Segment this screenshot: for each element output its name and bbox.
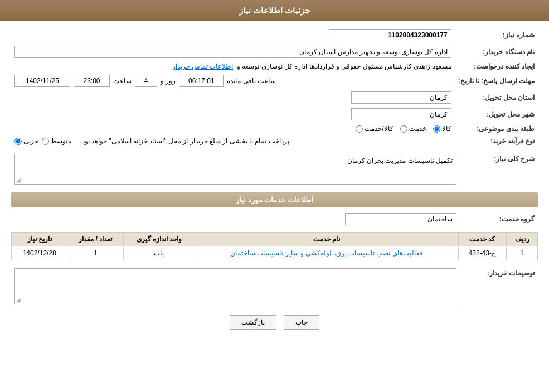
tabaqe-options: کالا خدمت کالا/خدمت xyxy=(11,123,455,135)
tabaqe-kala-khedmat-item: کالا/خدمت xyxy=(356,125,393,133)
grohe-table: گروه خدمت: ساختمان xyxy=(11,211,538,228)
roz-label: روز و xyxy=(161,77,176,85)
tabaqe-row: طبقه بندی موضوعی: کالا خدمت کالا/خدمت xyxy=(11,123,538,135)
saat-label: ساعت xyxy=(113,77,132,85)
page-header: جزئیات اطلاعات نیاز xyxy=(0,0,549,21)
services-section-header: اطلاعات خدمات مورد نیاز xyxy=(11,192,538,207)
col-vahad: واحد اندازه گیری xyxy=(123,233,195,246)
tabaqe-khedmat-label: خدمت xyxy=(409,125,426,133)
page-container: جزئیات اطلاعات نیاز شماره نیاز: 11020043… xyxy=(0,0,549,392)
col-kod: کد خدمت xyxy=(458,233,506,246)
tabaqe-kala-radio[interactable] xyxy=(433,125,440,133)
cell-tedad: 1 xyxy=(67,246,123,260)
nam-dastgah-value: اداره کل نوسازی توسعه و تجهیز مدارس استا… xyxy=(11,43,455,60)
sharh-value-cell: تکمیل تاسیسات مدیریت بحران کرمان ◢ xyxy=(11,152,460,187)
grohe-row: گروه خدمت: ساختمان xyxy=(11,211,538,228)
ostan-value: کرمان xyxy=(11,89,455,106)
mohlat-row: مهلت ارسال پاسخ: تا تاریخ: ساعت باقی مان… xyxy=(11,72,538,89)
ijad-konande-row: ایجاد کننده درخواست: مسعود زاهدی کارشناس… xyxy=(11,60,538,72)
ostan-label: استان محل تحویل: xyxy=(455,89,538,106)
btn-bar: چاپ بازگشت xyxy=(11,315,538,338)
tabaqe-khedmat-item: خدمت xyxy=(400,125,426,133)
cell-kod: ج-43-432 xyxy=(458,246,506,260)
tosihaat-label: توضیحات خریدار: xyxy=(460,266,538,307)
shomara-input: 1102004323000177 xyxy=(329,29,451,41)
shahr-row: شهر محل تحویل: کرمان xyxy=(11,106,538,123)
nooe-farayand-value: پرداخت تمام یا بخشی از مبلغ خریدار از مح… xyxy=(11,135,455,147)
chap-button[interactable]: چاپ xyxy=(284,315,319,330)
table-row: 1ج-43-432فعالیت‌های نصب تاسیسات برق، لول… xyxy=(12,246,538,260)
tosihaat-value-cell: ◢ xyxy=(11,266,460,307)
bazgasht-button[interactable]: بازگشت xyxy=(230,315,276,330)
nooe-farayand-label: نوع فرآیند خرید: xyxy=(455,135,538,147)
nam-dastgah-row: نام دستگاه خریدار: اداره کل نوسازی توسعه… xyxy=(11,43,538,60)
tabaqe-kala-label: کالا xyxy=(442,125,451,133)
tosihaat-row: توضیحات خریدار: ◢ xyxy=(11,266,538,307)
ijad-konande-link[interactable]: اطلاعات تماس خریدار xyxy=(172,62,234,70)
sharh-box: تکمیل تاسیسات مدیریت بحران کرمان ◢ xyxy=(14,154,456,185)
nam-dastgah-input: اداره کل نوسازی توسعه و تجهیز مدارس استا… xyxy=(14,46,451,58)
header-title: جزئیات اطلاعات نیاز xyxy=(239,6,310,15)
col-radif: ردیف xyxy=(507,233,538,246)
info-table: شماره نیاز: 1102004323000177 نام دستگاه … xyxy=(11,27,538,147)
tabaqe-kala-khedmat-label: کالا/خدمت xyxy=(365,125,393,133)
nooe-mottavaser-radio[interactable] xyxy=(42,138,49,145)
tabaqe-khedmat-radio[interactable] xyxy=(400,125,407,133)
ijad-konande-label: ایجاد کننده درخواست: xyxy=(455,60,538,72)
grohe-value: ساختمان xyxy=(11,211,460,228)
sharh-table: شرح کلی نیاز: تکمیل تاسیسات مدیریت بحران… xyxy=(11,152,538,187)
grohe-input: ساختمان xyxy=(345,213,456,225)
col-nam: نام خدمت xyxy=(195,233,458,246)
cell-tarikh: 1402/12/28 xyxy=(12,246,67,260)
sharh-row: شرح کلی نیاز: تکمیل تاسیسات مدیریت بحران… xyxy=(11,152,538,187)
shomara-label: شماره نیاز: xyxy=(455,27,538,43)
shomara-value: 1102004323000177 xyxy=(11,27,455,43)
cell-radif: 1 xyxy=(507,246,538,260)
services-table-head: ردیف کد خدمت نام خدمت واحد اندازه گیری ت… xyxy=(12,233,538,246)
nooe-mottavaser-item: متوسط xyxy=(42,137,71,145)
resize-handle: ◢ xyxy=(16,177,21,183)
saat-value: 23:00 xyxy=(74,75,110,87)
ijad-konande-value: مسعود زاهدی کارشناس مسئول حقوقی و قراردا… xyxy=(11,60,455,72)
nooe-jozii-label: جزیی xyxy=(23,137,38,145)
ijad-konande-text: مسعود زاهدی کارشناس مسئول حقوقی و قراردا… xyxy=(237,62,451,70)
baqi-saat-label: ساعت باقی مانده xyxy=(227,77,276,85)
roz-value: 4 xyxy=(135,75,157,87)
shomara-row: شماره نیاز: 1102004323000177 xyxy=(11,27,538,43)
nooe-jozii-radio[interactable] xyxy=(14,138,22,145)
services-table-header-row: ردیف کد خدمت نام خدمت واحد اندازه گیری ت… xyxy=(12,233,538,246)
shahr-input: کرمان xyxy=(351,108,451,120)
tarikh-value: 1402/11/25 xyxy=(14,75,70,87)
tabaqe-label: طبقه بندی موضوعی: xyxy=(455,123,538,135)
nooe-farayand-row: نوع فرآیند خرید: پرداخت تمام یا بخشی از … xyxy=(11,135,538,147)
content-area: شماره نیاز: 1102004323000177 نام دستگاه … xyxy=(0,21,549,349)
tabaqe-kala-item: کالا xyxy=(433,125,451,133)
nooe-farayand-text: پرداخت تمام یا بخشی از مبلغ خریدار از مح… xyxy=(80,137,289,145)
sharh-label: شرح کلی نیاز: xyxy=(460,152,538,187)
col-tarikh: تاریخ نیاز xyxy=(12,233,67,246)
cell-nam: فعالیت‌های نصب تاسیسات برق، لوله‌کشی و س… xyxy=(195,246,458,260)
services-table-body: 1ج-43-432فعالیت‌های نصب تاسیسات برق، لول… xyxy=(12,246,538,260)
grohe-label: گروه خدمت: xyxy=(460,211,538,228)
cell-vahad: باب xyxy=(123,246,195,260)
nooe-mottavaser-label: متوسط xyxy=(51,137,71,145)
services-table: ردیف کد خدمت نام خدمت واحد اندازه گیری ت… xyxy=(11,232,538,260)
resize-handle-2: ◢ xyxy=(16,297,21,303)
ostan-input: کرمان xyxy=(351,91,451,104)
shahr-value: کرمان xyxy=(11,106,455,123)
nooe-jozii-item: جزیی xyxy=(14,137,38,145)
tosihaat-box: ◢ xyxy=(14,268,456,304)
baqi-saat-value: 06:17:01 xyxy=(179,75,224,87)
col-tedad: تعداد / مقدار xyxy=(67,233,123,246)
mohlat-value: ساعت باقی مانده 06:17:01 روز و 4 ساعت 23… xyxy=(11,72,455,89)
ostan-row: استان محل تحویل: کرمان xyxy=(11,89,538,106)
tabaqe-kala-khedmat-radio[interactable] xyxy=(356,125,363,133)
nam-dastgah-label: نام دستگاه خریدار: xyxy=(455,43,538,60)
sharh-text: تکمیل تاسیسات مدیریت بحران کرمان xyxy=(347,157,453,164)
mohlat-label: مهلت ارسال پاسخ: تا تاریخ: xyxy=(455,72,538,89)
tosihaat-table: توضیحات خریدار: ◢ xyxy=(11,266,538,307)
shahr-label: شهر محل تحویل: xyxy=(455,106,538,123)
